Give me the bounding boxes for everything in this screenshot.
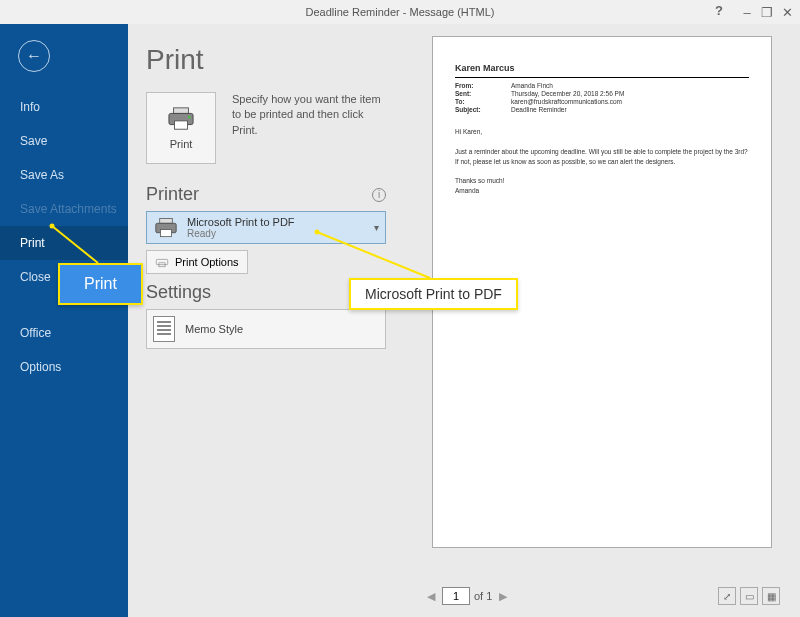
callout-print: Print — [58, 263, 143, 305]
help-button[interactable]: ? — [712, 3, 726, 18]
print-settings-panel: Print Print Specify how you want the ite… — [128, 24, 404, 617]
print-options-label: Print Options — [175, 256, 239, 268]
svg-point-3 — [188, 116, 190, 118]
preview-body: Hi Karen, Just a reminder about the upco… — [455, 127, 749, 196]
titlebar: Deadline Reminder - Message (HTML) ? – ❐… — [0, 0, 800, 24]
sidebar-item-save-as[interactable]: Save As — [0, 158, 128, 192]
svg-rect-6 — [161, 229, 172, 236]
printer-icon — [166, 106, 196, 132]
preview-nav-bar: ◀ of 1 ▶ ⤢ ▭ ▦ — [404, 581, 800, 617]
printer-info-icon[interactable]: i — [372, 188, 386, 202]
sidebar-item-print[interactable]: Print — [0, 226, 128, 260]
actual-size-icon[interactable]: ⤢ — [718, 587, 736, 605]
selected-printer-status: Ready — [187, 228, 374, 239]
page-number-input[interactable] — [442, 587, 470, 605]
next-page-button[interactable]: ▶ — [496, 590, 510, 603]
memo-icon — [153, 316, 175, 342]
backstage-sidebar: ← Info Save Save As Save Attachments Pri… — [0, 24, 128, 617]
multi-page-icon[interactable]: ▦ — [762, 587, 780, 605]
print-preview-panel: Karen Marcus From:Amanda Finch Sent:Thur… — [404, 24, 800, 617]
printer-dropdown[interactable]: Microsoft Print to PDF Ready ▾ — [146, 211, 386, 244]
one-page-icon[interactable]: ▭ — [740, 587, 758, 605]
selected-printer-name: Microsoft Print to PDF — [187, 216, 374, 228]
print-options-icon — [155, 255, 169, 269]
svg-rect-4 — [160, 218, 173, 223]
sidebar-item-options[interactable]: Options — [0, 350, 128, 384]
page-of-label: of 1 — [474, 590, 492, 602]
chevron-down-icon: ▾ — [374, 222, 379, 233]
sidebar-item-save-attachments: Save Attachments — [0, 192, 128, 226]
settings-section-header: Settings — [146, 282, 211, 303]
svg-rect-2 — [175, 121, 188, 129]
window-title: Deadline Reminder - Message (HTML) — [306, 6, 495, 18]
callout-pdf-printer: Microsoft Print to PDF — [349, 278, 518, 310]
minimize-button[interactable]: – — [738, 5, 756, 20]
print-help-text: Specify how you want the item to be prin… — [232, 92, 386, 164]
print-options-button[interactable]: Print Options — [146, 250, 248, 274]
sidebar-item-office[interactable]: Office — [0, 316, 128, 350]
restore-button[interactable]: ❐ — [758, 5, 776, 20]
sidebar-item-info[interactable]: Info — [0, 90, 128, 124]
preview-recipient: Karen Marcus — [455, 63, 749, 75]
printer-icon — [153, 217, 179, 239]
print-button-label: Print — [170, 138, 193, 150]
svg-rect-0 — [174, 108, 189, 114]
memo-style-selector[interactable]: Memo Style — [146, 309, 386, 349]
printer-section-header: Printer — [146, 184, 199, 205]
prev-page-button[interactable]: ◀ — [424, 590, 438, 603]
back-button[interactable]: ← — [18, 40, 50, 72]
sidebar-item-save[interactable]: Save — [0, 124, 128, 158]
close-button[interactable]: ✕ — [778, 5, 796, 20]
page-title: Print — [146, 44, 386, 76]
back-arrow-icon: ← — [26, 47, 42, 65]
preview-divider — [455, 77, 749, 78]
svg-rect-7 — [156, 259, 167, 264]
print-button[interactable]: Print — [146, 92, 216, 164]
memo-style-label: Memo Style — [185, 323, 243, 335]
